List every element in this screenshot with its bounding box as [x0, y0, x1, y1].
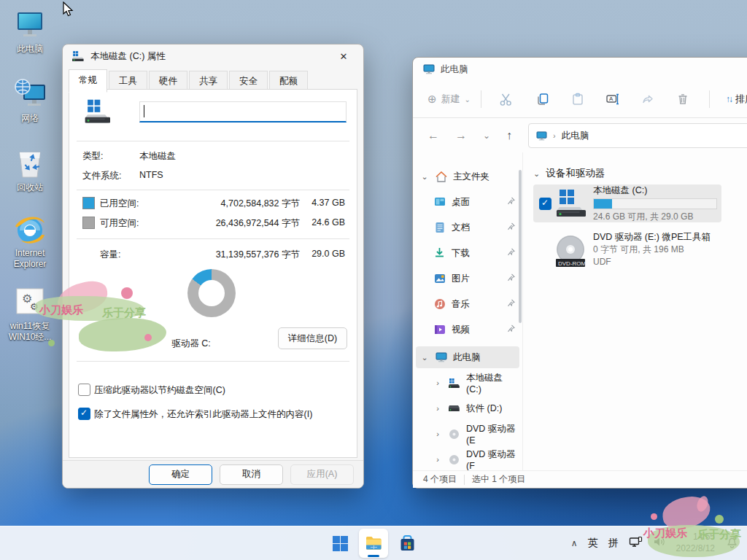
capacity-bar-fill — [594, 199, 612, 209]
item-checkbox[interactable] — [539, 198, 551, 210]
rename-icon: A — [605, 93, 620, 106]
dialog-titlebar[interactable]: 本地磁盘 (C:) 属性 ✕ — [63, 44, 363, 68]
new-button-label: 新建 — [441, 93, 460, 106]
history-chevron-icon[interactable]: ⌄ — [483, 131, 490, 141]
desktop: 此电脑 网络 回收站 Internet Explorer ⚙⚙ win11恢复 … — [0, 0, 747, 560]
new-button[interactable]: ⊕ 新建 ⌄ — [427, 93, 471, 106]
sidebar-item-music[interactable]: 音乐 — [416, 293, 519, 315]
dvd-icon — [448, 428, 460, 440]
chevron-down-icon[interactable]: ⌄ — [420, 353, 429, 362]
section-devices-and-drives[interactable]: ⌄ 设备和驱动器 — [533, 167, 605, 180]
sidebar-item-downloads[interactable]: 下载 — [416, 242, 519, 264]
notification-bell-icon[interactable] — [725, 535, 738, 551]
volume-icon[interactable] — [653, 536, 666, 551]
sidebar-item-videos[interactable]: 视频 — [416, 319, 519, 341]
file-fs: UDF — [593, 256, 711, 268]
explorer-navbar: ← → ⌄ ↑ › 此电脑 — [413, 118, 747, 153]
downloads-icon — [433, 247, 446, 260]
chevron-right-icon[interactable]: › — [433, 404, 442, 413]
paste-button[interactable] — [563, 87, 592, 112]
section-label: 设备和驱动器 — [546, 167, 605, 180]
share-button[interactable] — [633, 87, 662, 112]
separator — [77, 141, 349, 141]
chevron-right-icon[interactable]: › — [433, 455, 442, 464]
dialog-title: 本地磁盘 (C:) 属性 — [90, 50, 331, 63]
filesystem-value: NTFS — [139, 170, 163, 180]
toolbar-divider — [709, 90, 710, 108]
this-pc-icon — [12, 7, 47, 42]
copy-icon — [536, 93, 549, 106]
desktop-icon-label: Internet Explorer — [1, 248, 58, 270]
recycle-bin-icon — [12, 146, 47, 181]
explorer-sidebar: ⌄ 主文件夹 桌面 文档 下载 — [413, 152, 522, 471]
tab-general[interactable]: 常规 — [69, 69, 107, 93]
drive-icon — [448, 402, 460, 415]
address-bar[interactable]: › 此电脑 — [528, 123, 747, 148]
tray-clock[interactable]: 14:55 2022/8/12 — [676, 532, 715, 554]
sidebar-item-drive-c[interactable]: › 本地磁盘 (C:) — [416, 372, 519, 394]
chevron-up-icon[interactable]: ∧ — [571, 538, 578, 548]
sidebar-item-label: 桌面 — [452, 196, 470, 209]
desktop-icon-internet-explorer[interactable]: Internet Explorer — [1, 211, 58, 270]
breadcrumb[interactable]: 此电脑 — [562, 130, 589, 142]
index-checkbox-label[interactable]: 除了文件属性外，还允许索引此驱动器上文件的内容(I) — [94, 408, 312, 421]
sidebar-item-pictures[interactable]: 图片 — [416, 268, 519, 289]
details-button[interactable]: 详细信息(D) — [278, 327, 347, 349]
sidebar-item-dvd-e[interactable]: › DVD 驱动器 (E — [416, 423, 519, 445]
drive-c-icon — [448, 377, 460, 389]
desktop-icon-recycle-bin[interactable]: 回收站 — [1, 146, 58, 193]
copy-button[interactable] — [528, 87, 557, 112]
sidebar-item-label: 下载 — [452, 247, 470, 260]
sidebar-item-home[interactable]: ⌄ 主文件夹 — [416, 166, 519, 187]
chevron-down-icon[interactable]: ⌄ — [420, 172, 429, 182]
separator — [77, 238, 349, 239]
explorer-titlebar[interactable]: 此电脑 — [413, 58, 747, 81]
file-item-dvd-e[interactable]: DVD-ROM DVD 驱动器 (E:) 微PE工具箱 0 字节 可用, 共 1… — [533, 228, 721, 271]
delete-button[interactable] — [668, 87, 697, 112]
ime-language-indicator[interactable]: 英 — [588, 537, 598, 550]
cancel-button[interactable]: 取消 — [220, 464, 283, 485]
desktop-icon-this-pc[interactable]: 此电脑 — [1, 7, 58, 55]
sidebar-item-label: 音乐 — [452, 298, 470, 311]
desktop-icon-network[interactable]: 网络 — [1, 77, 58, 124]
chevron-down-icon: ⌄ — [465, 96, 471, 104]
taskbar-file-explorer[interactable] — [359, 529, 388, 558]
sort-button[interactable]: ↑↓ 排序 — [726, 93, 747, 106]
sidebar-item-desktop[interactable]: 桌面 — [416, 191, 519, 213]
sidebar-item-dvd-f[interactable]: › DVD 驱动器 (F — [416, 448, 519, 470]
ime-mode-indicator[interactable]: 拼 — [608, 537, 619, 550]
forward-icon[interactable]: → — [455, 129, 467, 142]
sidebar-scrollbar[interactable] — [519, 170, 522, 323]
pin-icon — [507, 299, 515, 309]
index-checkbox[interactable] — [78, 408, 90, 420]
network-icon[interactable] — [629, 536, 643, 551]
taskbar-microsoft-store[interactable] — [392, 529, 422, 558]
apply-button[interactable]: 应用(A) — [290, 464, 354, 485]
free-space-label: 可用空间: — [100, 217, 139, 230]
cut-button[interactable] — [492, 87, 521, 112]
desktop-icon-label: win11恢复 WIN10经... — [1, 321, 58, 343]
up-icon[interactable]: ↑ — [506, 129, 512, 142]
pictures-icon — [433, 273, 446, 285]
sidebar-item-documents[interactable]: 文档 — [416, 217, 519, 238]
rename-button[interactable]: A — [598, 87, 627, 112]
start-button[interactable] — [325, 529, 355, 558]
capacity-size: 29.0 GB — [311, 249, 345, 259]
compress-checkbox-label[interactable]: 压缩此驱动器以节约磁盘空间(C) — [94, 384, 225, 397]
compress-checkbox[interactable] — [78, 384, 90, 396]
breadcrumb-separator: › — [553, 131, 556, 140]
volume-label-input[interactable] — [139, 101, 347, 122]
taskbar: ∧ 英 拼 14:55 2022/8/12 — [0, 526, 747, 560]
chevron-right-icon[interactable]: › — [433, 378, 442, 387]
ok-button[interactable]: 确定 — [149, 464, 212, 485]
desktop-icon-win11-restore[interactable]: ⚙⚙ win11恢复 WIN10经... — [1, 284, 58, 343]
toolbar-divider — [481, 90, 481, 108]
file-item-drive-c[interactable]: 本地磁盘 (C:) 24.6 GB 可用, 共 29.0 GB — [533, 184, 721, 222]
chevron-right-icon[interactable]: › — [433, 429, 442, 438]
close-icon[interactable]: ✕ — [331, 47, 356, 65]
system-tray: ∧ 英 拼 14:55 2022/8/12 — [571, 526, 741, 560]
tab-panel-general: 类型: 本地磁盘 文件系统: NTFS 已用空间: 4,702,584,832 … — [69, 89, 357, 458]
sidebar-item-drive-d[interactable]: › 软件 (D:) — [416, 397, 519, 419]
sidebar-item-this-pc[interactable]: ⌄ 此电脑 — [416, 346, 519, 368]
back-icon[interactable]: ← — [427, 129, 439, 142]
